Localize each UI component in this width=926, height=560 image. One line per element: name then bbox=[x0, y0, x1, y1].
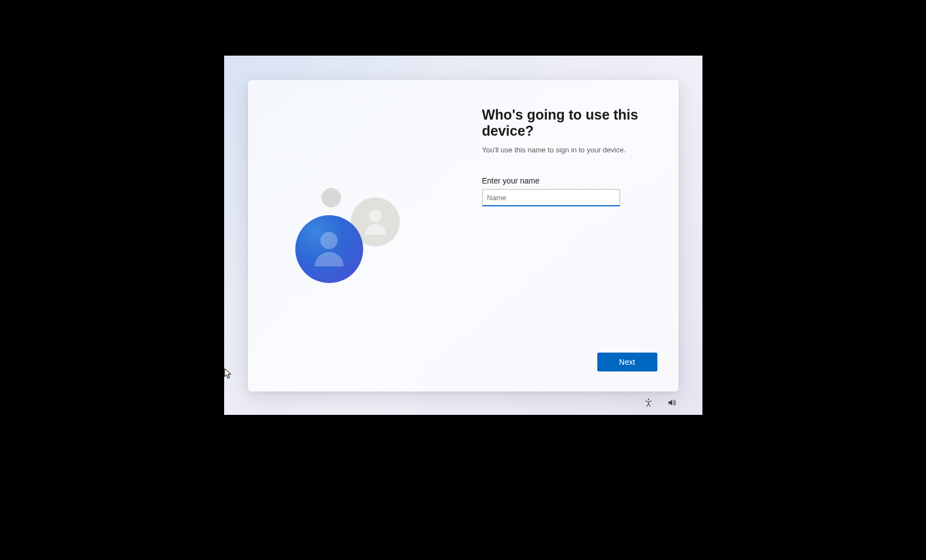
form-pane: Who's going to use this device? You'll u… bbox=[463, 80, 679, 391]
user-avatar-illustration bbox=[295, 186, 451, 297]
oobe-screen: Who's going to use this device? You'll u… bbox=[224, 56, 702, 415]
page-title: Who's going to use this device? bbox=[482, 107, 656, 139]
page-subtitle: You'll use this name to sign in to your … bbox=[482, 146, 656, 154]
name-field-label: Enter your name bbox=[482, 176, 656, 185]
mouse-cursor-icon bbox=[224, 368, 232, 379]
small-dot-accent bbox=[321, 188, 341, 207]
setup-card: Who's going to use this device? You'll u… bbox=[248, 80, 679, 391]
next-button[interactable]: Next bbox=[597, 353, 657, 371]
svg-point-0 bbox=[647, 399, 648, 400]
accessibility-icon[interactable] bbox=[643, 397, 654, 408]
system-tray bbox=[643, 397, 677, 408]
illustration-pane bbox=[248, 80, 463, 391]
blue-user-avatar-icon bbox=[295, 215, 363, 283]
volume-icon[interactable] bbox=[666, 397, 677, 408]
name-input[interactable] bbox=[482, 189, 620, 206]
